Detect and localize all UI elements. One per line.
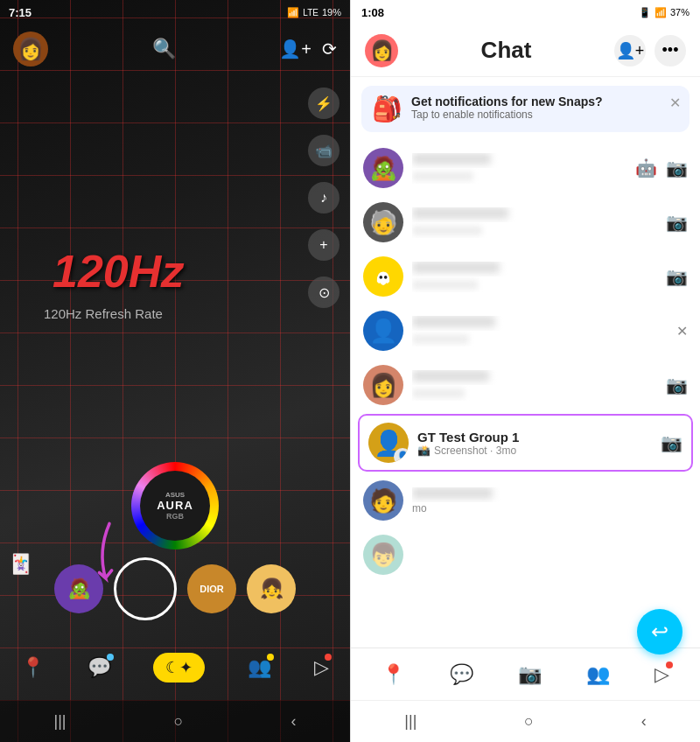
add-button[interactable]: + [308,229,340,261]
chat-item-highlighted[interactable]: 👤 👤 GT Test Group 1 📸 Screenshot · 3mo 📷 [358,414,693,472]
new-chat-icon: ↩ [651,620,668,644]
chat-item[interactable]: 👤 ✕ [351,304,700,358]
deck-icon[interactable]: 🃏 [9,553,32,576]
camera-action-3[interactable]: 📷 [666,266,688,287]
right-bottom-nav: 📍 💬 📷 👥 ▷ [351,648,700,700]
nav-discover[interactable]: ▷ [314,656,329,679]
add-friend-button[interactable]: 👤+ [614,35,646,66]
rotate-icon[interactable]: ⟳ [322,38,337,60]
discover-notification-dot [666,662,673,668]
android-back-icon[interactable]: ||| [54,712,66,731]
aura-inner: ASUS AURA RGB [140,471,210,541]
signal-text: LTE [303,8,318,18]
chat-sub-1 [412,168,626,184]
r-android-back[interactable]: ‹ [641,712,647,731]
nav-friends[interactable]: 👥 [248,656,271,679]
chat-name-2 [412,207,657,222]
avatar-emoji: 👩 [18,37,44,61]
add-friend-icon[interactable]: 👤+ [279,38,312,60]
chat-title: Chat [481,37,532,64]
right-status-bar: 1:08 📱 📶 37% [351,0,700,24]
chat-name-6: GT Test Group 1 [417,430,652,444]
camera-action-6[interactable]: 📷 [661,432,682,453]
svg-point-1 [380,276,383,279]
chat-info-1 [412,153,626,184]
left-status-icons: 📶 LTE 19% [287,7,341,18]
lens-item-3d[interactable]: 👧 [247,564,296,613]
chat-item-partial[interactable]: 👦 [351,528,700,582]
nav-chat[interactable]: 💬 [88,656,111,679]
network-icon: 📶 [287,7,299,18]
arrow-indicator [88,520,131,593]
r-chat-icon: 💬 [450,663,473,686]
search-button[interactable]: 🔍 [152,38,176,60]
battery-right: 37% [670,7,690,18]
chat-avatar-8: 👦 [363,535,403,575]
notif-title: Get notifications for new Snaps? [411,94,603,108]
notification-banner[interactable]: 🎒 Get notifications for new Snaps? Tap t… [361,86,690,132]
chat-item[interactable]: 👩 📷 [351,358,700,412]
chat-avatar-3 [363,256,403,297]
chat-item[interactable]: 🧓 📷 [351,195,700,249]
r-location-icon: 📍 [382,663,405,686]
camera-action-1[interactable]: 📷 [666,158,688,178]
new-chat-fab[interactable]: ↩ [637,609,682,654]
r-nav-camera[interactable]: 📷 [518,663,542,686]
chat-sub-6: 📸 Screenshot · 3mo [417,444,652,457]
nav-location[interactable]: 📍 [21,656,45,679]
camera-action-5[interactable]: 📷 [666,374,688,396]
chat-info-7: mo [412,487,688,514]
left-bottom-nav: 📍 💬 ☾✦ 👥 ▷ [0,641,350,694]
close-action-4[interactable]: ✕ [676,323,688,340]
aperture-button[interactable]: ⊙ [308,276,340,308]
more-options-button[interactable]: ••• [654,35,686,66]
left-status-bar: 7:15 📶 LTE 19% [0,0,350,24]
chat-avatar-6: 👤 👤 [368,423,409,463]
spotlight-icon: ☾✦ [165,658,192,677]
notif-close-button[interactable]: ✕ [669,94,681,111]
chat-avatar-2: 🧓 [363,202,403,242]
right-avatar[interactable]: 👩 [365,34,398,67]
r-nav-location[interactable]: 📍 [382,663,405,686]
r-nav-friends[interactable]: 👥 [586,663,610,686]
chat-item[interactable]: 📷 [351,249,700,304]
right-panel: 1:08 📱 📶 37% 👩 Chat 👤+ ••• 🎒 Get notific… [350,0,700,742]
aura-badge: ASUS AURA RGB [131,462,219,550]
android-home-icon[interactable]: ○ [174,712,184,731]
battery-text: 19% [322,7,341,18]
chat-info-6: GT Test Group 1 📸 Screenshot · 3mo [417,430,652,457]
aura-rgb: RGB [166,512,184,521]
android-recents-icon[interactable]: ‹ [290,712,296,731]
camera-background [0,0,350,742]
svg-point-2 [384,276,388,279]
chat-item[interactable]: 🧑 mo [351,473,700,528]
lens-item-dior[interactable]: DIOR [187,564,236,613]
r-camera-icon: 📷 [518,663,542,686]
right-time: 1:08 [361,6,384,19]
left-panel: 7:15 📶 LTE 19% 👩 🔍 👤+ ⟳ ⚡ 📹 ♪ + ⊙ 120Hz … [0,0,350,742]
chat-avatar-4: 👤 [363,311,403,351]
flash-button[interactable]: ⚡ [308,88,340,119]
add-friend-icon-right: 👤+ [616,41,645,60]
chat-sub-2 [412,222,657,238]
chat-name-5 [412,370,657,385]
r-nav-discover[interactable]: ▷ [654,663,669,686]
aura-name: AURA [157,499,193,512]
r-nav-chat[interactable]: 💬 [450,663,473,686]
chat-avatar-5: 👩 [363,365,403,405]
music-button[interactable]: ♪ [308,182,340,214]
chat-item[interactable]: 🧟 🤖 📷 [351,141,700,195]
right-status-icons: 📱 📶 37% [639,7,690,18]
r-android-menu[interactable]: ||| [404,712,416,731]
hz-display: 120Hz [52,245,184,298]
camera-action-2[interactable]: 📷 [666,212,688,233]
chat-info-5 [412,370,657,401]
hz-subtitle: 120Hz Refresh Rate [44,306,163,321]
notif-text: Get notifications for new Snaps? Tap to … [411,94,603,121]
chat-sub-7: mo [412,502,688,514]
r-android-home[interactable]: ○ [524,712,534,731]
right-top-bar: 👩 Chat 👤+ ••• [351,24,700,77]
nav-spotlight[interactable]: ☾✦ [153,653,205,682]
user-avatar[interactable]: 👩 [13,32,48,66]
video-button[interactable]: 📹 [308,135,340,166]
